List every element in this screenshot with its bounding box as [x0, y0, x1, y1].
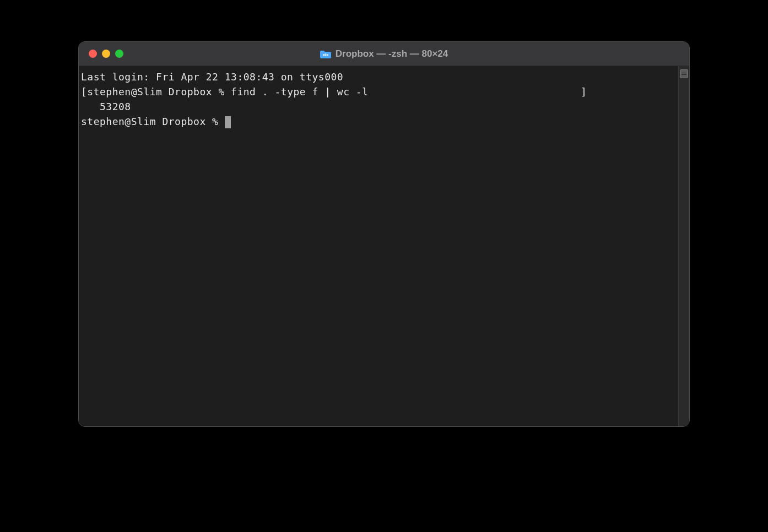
maximize-button[interactable]	[115, 50, 123, 58]
close-button[interactable]	[89, 50, 97, 58]
line-text: Last login: Fri Apr 22 13:08:43 on ttys0…	[81, 71, 343, 83]
line-prefix: [	[81, 86, 87, 97]
line-suffix: ]	[369, 86, 587, 97]
terminal-line: 53208	[81, 99, 676, 114]
terminal-content[interactable]: Last login: Fri Apr 22 13:08:43 on ttys0…	[79, 66, 678, 426]
shell-prompt: stephen@Slim Dropbox %	[87, 86, 231, 97]
shell-prompt: stephen@Slim Dropbox %	[81, 116, 225, 127]
scrollbar[interactable]	[678, 66, 689, 426]
output-text: 53208	[81, 101, 131, 112]
window-titlebar[interactable]: Dropbox — -zsh — 80×24	[79, 42, 689, 66]
command-text: find . -type f | wc -l	[231, 86, 368, 97]
folder-icon	[320, 50, 331, 58]
terminal-window: Dropbox — -zsh — 80×24 Last login: Fri A…	[78, 41, 690, 427]
minimize-button[interactable]	[102, 50, 110, 58]
svg-rect-0	[323, 54, 324, 56]
scrollbar-marks-icon[interactable]	[680, 69, 688, 78]
terminal-line: Last login: Fri Apr 22 13:08:43 on ttys0…	[81, 69, 676, 84]
window-title: Dropbox — -zsh — 80×24	[79, 48, 689, 59]
terminal-line: [stephen@Slim Dropbox % find . -type f |…	[81, 84, 676, 99]
terminal-line: stephen@Slim Dropbox %	[81, 114, 676, 129]
cursor-icon	[225, 116, 231, 128]
svg-rect-2	[327, 54, 328, 56]
traffic-lights	[89, 50, 123, 58]
terminal-body: Last login: Fri Apr 22 13:08:43 on ttys0…	[79, 66, 689, 426]
svg-rect-1	[324, 53, 326, 56]
window-title-text: Dropbox — -zsh — 80×24	[336, 48, 448, 59]
